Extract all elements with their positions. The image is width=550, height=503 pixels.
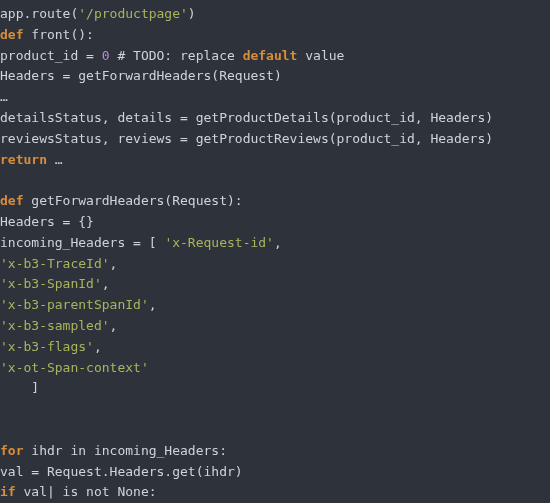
- code-line: Headers = getForwardHeaders(Request): [0, 68, 282, 83]
- comma: ,: [110, 318, 118, 333]
- code-line: reviewsStatus, reviews = getProductRevie…: [0, 131, 493, 146]
- code-text: product_id =: [0, 48, 102, 63]
- number-literal: 0: [102, 48, 110, 63]
- code-block: app.route('/productpage') def front(): p…: [0, 0, 550, 503]
- ellipsis: …: [0, 89, 8, 104]
- code-text: val| is not None:: [16, 484, 157, 499]
- comma: ,: [102, 276, 110, 291]
- ellipsis: …: [47, 152, 63, 167]
- string-literal: 'x-b3-sampled': [0, 318, 110, 333]
- code-line: Headers = {}: [0, 214, 94, 229]
- keyword-return: return: [0, 152, 47, 167]
- keyword-def: def: [0, 193, 23, 208]
- string-literal: 'x-b3-SpanId': [0, 276, 102, 291]
- code-text: incoming_Headers = [: [0, 235, 164, 250]
- code-text: ): [188, 6, 196, 21]
- bracket-close: ]: [0, 380, 39, 395]
- keyword-def: def: [0, 27, 23, 42]
- comma: ,: [149, 297, 157, 312]
- comma: ,: [110, 256, 118, 271]
- string-literal: 'x-b3-TraceId': [0, 256, 110, 271]
- string-literal: 'x-b3-parentSpanId': [0, 297, 149, 312]
- string-literal: 'x-b3-flags': [0, 339, 94, 354]
- code-line: val = Request.Headers.get(ihdr): [0, 464, 243, 479]
- comma: ,: [94, 339, 102, 354]
- code-text: ihdr in incoming_Headers:: [23, 443, 227, 458]
- code-line: detailsStatus, details = getProductDetai…: [0, 110, 493, 125]
- string-literal: 'x-Request-id': [164, 235, 274, 250]
- code-line: app.route(: [0, 6, 78, 21]
- keyword-if: if: [0, 484, 16, 499]
- code-text: front():: [23, 27, 93, 42]
- string-literal: '/productpage': [78, 6, 188, 21]
- comma: ,: [274, 235, 282, 250]
- string-literal: 'x-ot-Span-context': [0, 360, 149, 375]
- keyword-for: for: [0, 443, 23, 458]
- code-text: getForwardHeaders(Request):: [23, 193, 242, 208]
- comment: value: [297, 48, 344, 63]
- keyword-default: default: [243, 48, 298, 63]
- comment: # TODO: replace: [110, 48, 243, 63]
